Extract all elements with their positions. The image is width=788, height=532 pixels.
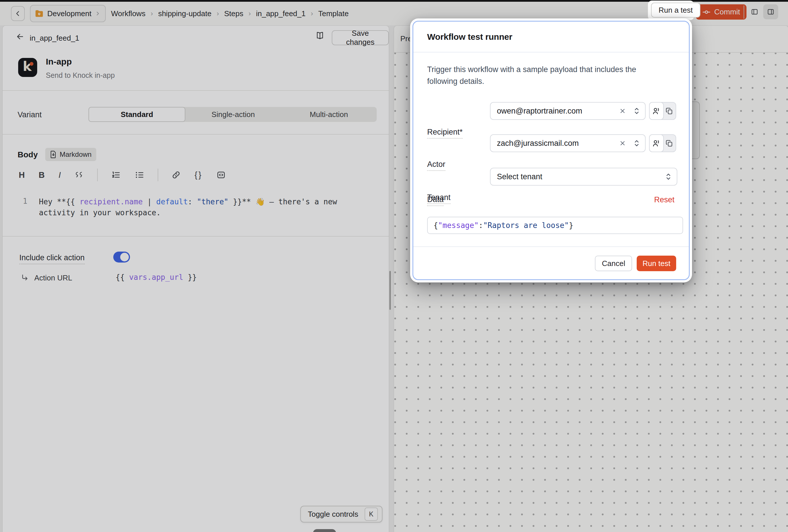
reset-button[interactable]: Reset — [652, 195, 676, 204]
actor-combobox[interactable]: zach@jurassicmail.com — [490, 134, 646, 152]
tenant-select[interactable]: Select tenant — [490, 168, 677, 185]
actor-value: zach@jurassicmail.com — [491, 139, 617, 148]
app-window: Development Workflows›shipping-update›St… — [0, 0, 788, 532]
modal-title: Workflow test runner — [427, 32, 512, 42]
recipient-actions-group — [649, 102, 676, 120]
data-label: Data — [427, 195, 444, 206]
cancel-button[interactable]: Cancel — [595, 256, 632, 271]
clear-x-icon — [619, 140, 626, 147]
modal-footer-divider — [413, 247, 689, 247]
run-a-test-button[interactable]: Run a test — [651, 3, 701, 18]
updown-chevron-icon — [633, 139, 641, 147]
updown-chevron-icon — [665, 172, 672, 181]
recipient-combobox[interactable]: owen@raptortrainer.com — [490, 102, 646, 120]
recipient-user-select-button[interactable] — [649, 102, 664, 120]
recipient-clear-button[interactable] — [617, 107, 628, 115]
modal-header-divider — [413, 52, 689, 53]
actor-clear-button[interactable] — [617, 139, 628, 147]
workflow-test-runner-modal: Workflow test runner Trigger this workfl… — [410, 18, 692, 282]
run-a-test-label: Run a test — [658, 6, 693, 15]
actor-actions-group — [649, 134, 676, 152]
copy-icon — [666, 139, 673, 147]
actor-user-select-button[interactable] — [649, 134, 664, 152]
tenant-placeholder: Select tenant — [491, 172, 665, 181]
actor-label: Actor — [427, 160, 445, 171]
modal-focus-ring: Workflow test runner Trigger this workfl… — [412, 21, 690, 280]
recipient-copy-button[interactable] — [663, 103, 675, 119]
user-select-icon — [652, 139, 660, 147]
updown-chevron-icon — [633, 106, 641, 115]
actor-copy-button[interactable] — [663, 135, 675, 152]
copy-icon — [666, 107, 673, 115]
data-json-input[interactable]: {"message": "Raptors are loose"} — [427, 217, 683, 234]
clear-x-icon — [619, 107, 626, 114]
modal-description: Trigger this workflow with a sample payl… — [427, 64, 661, 87]
run-test-button[interactable]: Run test — [637, 256, 676, 271]
recipient-label: Recipient* — [427, 128, 462, 139]
recipient-value: owen@raptortrainer.com — [491, 106, 617, 116]
modal-footer: Cancel Run test — [595, 256, 676, 271]
user-select-icon — [652, 107, 660, 115]
